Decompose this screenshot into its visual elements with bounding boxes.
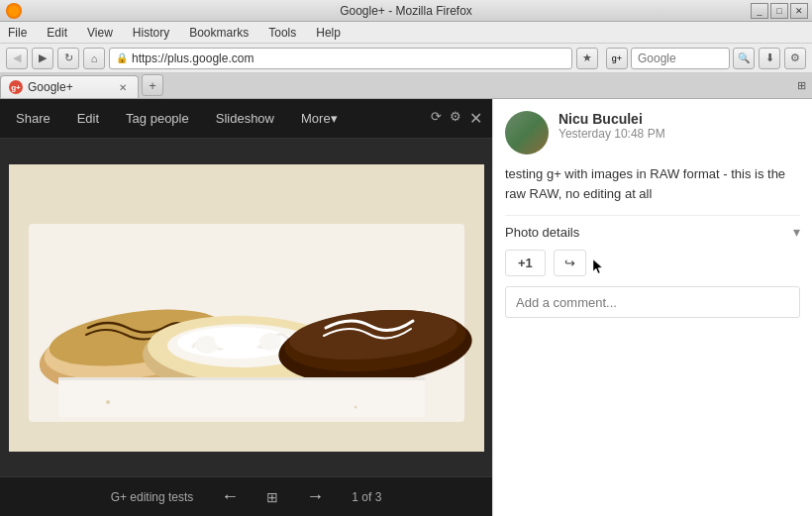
svg-point-19 (106, 400, 110, 404)
photo-close-btn[interactable]: ✕ (469, 109, 482, 128)
back-btn[interactable]: ◀ (6, 48, 28, 69)
photo-footer: G+ editing tests ← ⊞ → 1 of 3 (0, 476, 492, 516)
rotate-icon[interactable]: ⟳ (431, 109, 442, 128)
eclair-photo (9, 164, 484, 452)
menu-bar: File Edit View History Bookmarks Tools H… (0, 22, 812, 44)
menu-edit[interactable]: Edit (43, 24, 71, 42)
window-controls: _ □ ✕ (751, 3, 808, 19)
svg-point-12 (259, 333, 281, 351)
svg-point-11 (236, 328, 261, 350)
window-title: Google+ - Mozilla Firefox (340, 4, 472, 18)
user-header: Nicu Buculei Yesterday 10:48 PM (505, 111, 800, 155)
svg-rect-18 (58, 377, 425, 380)
photo-details-label: Photo details (505, 225, 579, 240)
bookmark-btn[interactable]: ★ (576, 48, 598, 69)
menu-tools[interactable]: Tools (264, 24, 300, 42)
cursor-indicator (591, 258, 601, 273)
search-input[interactable] (631, 48, 730, 69)
active-tab[interactable]: g+ Google+ ✕ (0, 75, 139, 98)
photo-count: 1 of 3 (352, 490, 381, 504)
chevron-down-icon: ▾ (793, 224, 800, 240)
tag-people-tool-btn[interactable]: Tag people (120, 107, 195, 130)
reload-btn[interactable]: ↻ (57, 48, 79, 69)
tab-close-btn[interactable]: ✕ (116, 80, 130, 94)
post-time: Yesterday 10:48 PM (558, 127, 800, 141)
sidebar: Nicu Buculei Yesterday 10:48 PM testing … (492, 99, 812, 516)
grid-view-btn[interactable]: ⊞ (266, 489, 278, 505)
tab-label: Google+ (28, 80, 73, 94)
address-bar[interactable]: 🔒 https://plus.google.com (109, 48, 572, 69)
photo-details-row[interactable]: Photo details ▾ (505, 215, 800, 240)
prev-photo-btn[interactable]: ← (213, 482, 247, 511)
menu-help[interactable]: Help (312, 24, 345, 42)
minimize-btn[interactable]: _ (751, 3, 768, 19)
download-btn[interactable]: ⬇ (759, 48, 780, 69)
next-photo-btn[interactable]: → (298, 482, 332, 511)
menu-history[interactable]: History (129, 24, 173, 42)
forward-btn[interactable]: ▶ (32, 48, 53, 69)
share-btn[interactable]: ↪ (554, 250, 586, 276)
search-go-btn[interactable]: 🔍 (733, 48, 755, 69)
slideshow-tool-btn[interactable]: Slideshow (210, 107, 280, 130)
main-content: Share Edit Tag people Slideshow More▾ ⟳ … (0, 99, 812, 516)
close-btn[interactable]: ✕ (790, 3, 808, 19)
new-tab-btn[interactable]: + (142, 74, 163, 96)
menu-file[interactable]: File (4, 24, 31, 42)
photo-image-area (0, 139, 492, 476)
user-info: Nicu Buculei Yesterday 10:48 PM (558, 111, 800, 141)
menu-bookmarks[interactable]: Bookmarks (185, 24, 253, 42)
more-tools-btn[interactable]: ⚙ (784, 48, 806, 69)
post-text: testing g+ with images in RAW format - t… (505, 164, 800, 203)
settings-icon[interactable]: ⚙ (450, 109, 461, 128)
user-name[interactable]: Nicu Buculei (558, 111, 800, 127)
tabs-bar: g+ Google+ ✕ + ⊞ (0, 73, 812, 99)
address-text: https://plus.google.com (132, 52, 254, 65)
lock-icon: 🔒 (116, 52, 128, 63)
share-icon: ↪ (564, 256, 575, 270)
gplus-tab-icon: g+ (9, 80, 23, 94)
tab-manager-btn[interactable]: ⊞ (790, 74, 812, 96)
share-btn-wrapper: ↪ (554, 250, 586, 276)
plus-one-btn[interactable]: +1 (505, 250, 546, 276)
search-bar: g+ 🔍 (606, 48, 755, 69)
action-buttons: +1 ↪ (505, 250, 800, 276)
edit-tool-btn[interactable]: Edit (71, 107, 105, 130)
maximize-btn[interactable]: □ (770, 3, 788, 19)
photo-album-title: G+ editing tests (111, 490, 194, 504)
title-bar: Google+ - Mozilla Firefox _ □ ✕ (0, 0, 812, 22)
nav-bar: ◀ ▶ ↻ ⌂ 🔒 https://plus.google.com ★ g+ 🔍… (0, 44, 812, 73)
firefox-icon (6, 3, 22, 19)
svg-point-20 (354, 405, 356, 408)
photo-panel: Share Edit Tag people Slideshow More▾ ⟳ … (0, 99, 492, 516)
more-tool-btn[interactable]: More▾ (295, 107, 344, 130)
gplus-search-icon: g+ (606, 48, 628, 69)
avatar-image (505, 111, 549, 155)
home-btn[interactable]: ⌂ (83, 48, 105, 69)
comment-input[interactable] (505, 286, 800, 318)
svg-point-10 (215, 330, 239, 350)
share-tool-btn[interactable]: Share (10, 107, 56, 130)
menu-view[interactable]: View (83, 24, 117, 42)
avatar (505, 111, 549, 155)
photo-tool-icons: ⟳ ⚙ ✕ (431, 109, 482, 128)
svg-rect-17 (58, 377, 425, 417)
photo-toolbar: Share Edit Tag people Slideshow More▾ ⟳ … (0, 99, 492, 139)
